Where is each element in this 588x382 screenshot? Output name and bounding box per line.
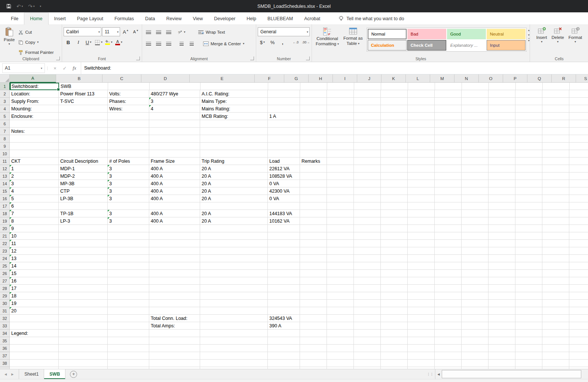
cell-I27[interactable] [354, 277, 381, 285]
cell-M13[interactable] [462, 172, 489, 180]
cell-E37[interactable] [200, 352, 268, 360]
cell-D25[interactable] [149, 262, 200, 270]
cell-G1[interactable] [300, 83, 327, 90]
cell-M23[interactable] [462, 247, 489, 255]
cell-B22[interactable] [59, 240, 108, 247]
cell-E36[interactable] [200, 345, 268, 352]
cell-H37[interactable] [327, 352, 354, 360]
cell-K28[interactable] [408, 285, 435, 292]
percent-style-button[interactable]: % [268, 38, 277, 46]
cell-K25[interactable] [408, 262, 435, 270]
cell-O22[interactable] [515, 240, 542, 247]
scroll-left-button[interactable]: ◀ [435, 369, 442, 379]
redo-button[interactable]: ↷▾ [25, 3, 37, 9]
cell-N3[interactable] [489, 98, 515, 105]
cell-L21[interactable] [435, 232, 462, 240]
cell-J33[interactable] [381, 322, 408, 330]
column-header-L[interactable]: L [406, 74, 430, 83]
row-header-17[interactable]: 17 [0, 202, 10, 210]
scrollbar-thumb[interactable] [442, 370, 581, 378]
cell-C28[interactable] [108, 285, 149, 292]
cell-M3[interactable] [462, 98, 489, 105]
bold-button[interactable]: B [64, 38, 73, 46]
cell-L19[interactable] [435, 217, 462, 225]
cell-J32[interactable] [381, 315, 408, 322]
cell-Q31[interactable] [569, 307, 588, 315]
cell-K16[interactable] [408, 195, 435, 202]
cell-M21[interactable] [462, 232, 489, 240]
row-header-15[interactable]: 15 [0, 187, 10, 195]
cell-P1[interactable] [543, 83, 570, 90]
cell-J37[interactable] [381, 352, 408, 360]
cell-K18[interactable] [408, 210, 435, 217]
cell-L31[interactable] [435, 307, 462, 315]
cell-P22[interactable] [542, 240, 569, 247]
ribbon-tab-acrobat[interactable]: Acrobat [298, 13, 326, 24]
cell-B35[interactable] [59, 337, 108, 345]
cell-E2[interactable]: A.I.C. Rating: [200, 90, 268, 98]
decrease-indent-button[interactable] [177, 40, 186, 48]
formula-cancel-button[interactable]: × [50, 65, 60, 71]
cell-N2[interactable] [489, 90, 515, 98]
cell-K12[interactable] [408, 165, 435, 172]
cell-C18[interactable]: 3 [108, 210, 149, 217]
cell-F23[interactable] [268, 247, 300, 255]
cell-N8[interactable] [489, 135, 515, 143]
column-header-G[interactable]: G [284, 74, 309, 83]
cell-Q23[interactable] [569, 247, 588, 255]
cell-F24[interactable] [268, 255, 300, 262]
cell-F29[interactable] [268, 292, 300, 300]
row-header-23[interactable]: 23 [0, 247, 10, 255]
cell-M30[interactable] [462, 300, 489, 307]
cell-K34[interactable] [408, 330, 435, 337]
cell-F34[interactable] [268, 330, 300, 337]
cell-O7[interactable] [515, 128, 542, 135]
cell-H28[interactable] [327, 285, 354, 292]
cell-H16[interactable] [327, 195, 354, 202]
cell-N26[interactable] [489, 270, 515, 277]
cell-G13[interactable] [300, 172, 327, 180]
cell-D24[interactable] [149, 255, 200, 262]
italic-button[interactable]: I [74, 38, 83, 46]
cell-A26[interactable]: 15 [10, 270, 59, 277]
cell-Q29[interactable] [569, 292, 588, 300]
cell-E5[interactable]: MCB Rating: [200, 113, 268, 120]
cell-I1[interactable] [354, 83, 381, 90]
cell-K15[interactable] [408, 187, 435, 195]
cell-style-neutral[interactable]: Neutral [487, 29, 526, 39]
cell-P9[interactable] [542, 143, 569, 150]
cell-L11[interactable] [435, 158, 462, 165]
cell-G8[interactable] [300, 135, 327, 143]
cell-O2[interactable] [515, 90, 542, 98]
selection-fill-handle[interactable] [57, 88, 60, 91]
ribbon-tab-view[interactable]: View [187, 13, 208, 24]
cell-M24[interactable] [462, 255, 489, 262]
cell-B1[interactable]: SWB [59, 83, 108, 90]
cell-N18[interactable] [489, 210, 515, 217]
cell-I26[interactable] [354, 270, 381, 277]
cell-A18[interactable]: 7 [10, 210, 59, 217]
cell-N27[interactable] [489, 277, 515, 285]
cell-B17[interactable] [59, 202, 108, 210]
cell-H13[interactable] [327, 172, 354, 180]
cell-C7[interactable] [108, 128, 149, 135]
cell-M29[interactable] [462, 292, 489, 300]
cell-G29[interactable] [300, 292, 327, 300]
cell-L24[interactable] [435, 255, 462, 262]
cell-F32[interactable]: 324543 VA [268, 315, 300, 322]
cell-A6[interactable] [10, 120, 59, 128]
row-header-29[interactable]: 29 [0, 292, 10, 300]
cell-B21[interactable] [59, 232, 108, 240]
cell-L33[interactable] [435, 322, 462, 330]
cell-O8[interactable] [515, 135, 542, 143]
cell-A17[interactable]: 6 [10, 202, 59, 210]
cell-I34[interactable] [354, 330, 381, 337]
cell-K24[interactable] [408, 255, 435, 262]
cell-O21[interactable] [515, 232, 542, 240]
cell-H31[interactable] [327, 307, 354, 315]
cell-M19[interactable] [462, 217, 489, 225]
cell-K37[interactable] [408, 352, 435, 360]
cell-C2[interactable]: Volts: [108, 90, 149, 98]
cell-J12[interactable] [381, 165, 408, 172]
cell-B3[interactable]: T-SVC [59, 98, 108, 105]
